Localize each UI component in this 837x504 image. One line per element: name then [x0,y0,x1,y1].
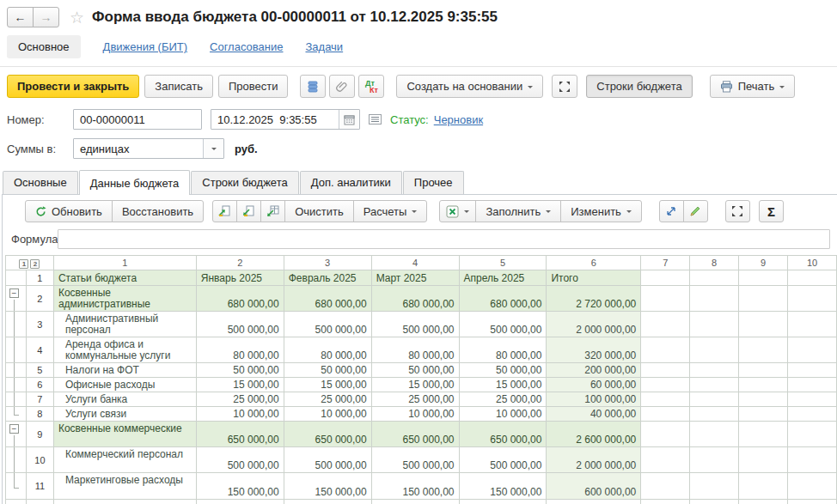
excel-export-button[interactable] [439,200,476,222]
forward-button[interactable]: → [33,7,59,27]
value-cell[interactable]: 10 000,00 [284,407,371,422]
value-cell[interactable] [284,500,371,504]
create-based-on-button[interactable]: Создать на основании [396,75,543,98]
row-number[interactable]: 9 [26,422,53,447]
column-header-5[interactable]: 5 [459,256,547,270]
empty-cell[interactable] [739,422,788,447]
empty-cell[interactable] [739,500,788,504]
value-cell[interactable]: 150 000,00 [284,473,371,500]
tab-budget-data[interactable]: Данные бюджета [79,170,191,195]
column-header-7[interactable]: 7 [641,256,690,270]
empty-cell[interactable] [641,337,690,363]
collapse-group-button[interactable]: − [9,424,19,434]
value-cell[interactable]: 50 000,00 [371,363,459,378]
value-cell[interactable]: 150 000,00 [371,473,459,500]
value-cell[interactable]: 680 000,00 [284,286,371,312]
value-cell[interactable]: 15 000,00 [459,378,547,392]
header-cell[interactable]: Итого [547,270,641,286]
empty-cell[interactable] [641,378,690,392]
budget-item-cell[interactable]: Аренда офиса и коммунальные услуги [53,337,196,363]
value-cell[interactable]: 50 000,00 [459,363,547,378]
budget-item-cell[interactable]: Косвенные коммерческие [53,422,196,447]
status-link[interactable]: Черновик [434,113,483,126]
row-number[interactable]: 2 [26,286,53,312]
value-cell[interactable]: 500 000,00 [284,312,371,337]
import-data-button[interactable] [236,200,261,222]
sums-unit-dropdown-button[interactable] [203,139,223,158]
total-cell[interactable]: 600 000,00 [547,473,641,500]
header-cell[interactable]: Январь 2025 [196,270,284,286]
empty-cell[interactable] [690,378,739,392]
print-button[interactable]: Печать [710,75,796,98]
empty-cell[interactable] [739,473,788,500]
value-cell[interactable]: 25 000,00 [284,392,371,407]
value-cell[interactable]: 25 000,00 [459,392,547,407]
grid-fullscreen-button[interactable] [725,200,750,222]
import-settings-button[interactable] [260,200,285,222]
empty-cell[interactable] [690,422,739,447]
nav-link-main[interactable]: Основное [7,35,81,58]
total-cell[interactable] [547,500,641,504]
nav-link-tasks[interactable]: Задачи [305,40,343,53]
attachments-button[interactable] [329,75,355,98]
group-level-2-button[interactable]: 2 [30,259,40,269]
total-cell[interactable]: 100 000,00 [547,392,641,407]
favorite-star-icon[interactable]: ☆ [70,8,84,27]
empty-cell[interactable] [690,363,739,378]
empty-cell[interactable] [641,270,690,286]
value-cell[interactable]: 500 000,00 [196,447,284,473]
nav-link-approval[interactable]: Согласование [210,40,283,53]
budget-item-cell[interactable] [53,500,196,504]
tab-other[interactable]: Прочее [403,171,464,194]
value-cell[interactable] [196,500,284,504]
group-level-1-button[interactable]: 1 [19,259,28,269]
value-cell[interactable]: 80 000,00 [371,337,459,363]
row-number[interactable]: 12 [26,500,53,504]
dt-kt-button[interactable]: ДтКт [358,75,384,98]
value-cell[interactable]: 50 000,00 [196,363,284,378]
budget-item-cell[interactable]: Административный персонал [53,312,196,337]
open-list-button[interactable] [369,114,382,124]
empty-cell[interactable] [788,270,837,286]
value-cell[interactable]: 10 000,00 [196,407,284,422]
row-number[interactable]: 3 [26,312,53,337]
value-cell[interactable]: 15 000,00 [284,378,371,392]
total-cell[interactable]: 2 000 000,00 [547,312,641,337]
value-cell[interactable]: 10 000,00 [371,407,459,422]
value-cell[interactable]: 80 000,00 [196,337,284,363]
empty-cell[interactable] [788,407,837,422]
column-header-8[interactable]: 8 [690,256,739,270]
row-number[interactable]: 4 [26,337,53,363]
empty-cell[interactable] [690,286,739,312]
column-header-6[interactable]: 6 [547,256,641,270]
empty-cell[interactable] [690,473,739,500]
empty-cell[interactable] [739,312,788,337]
empty-cell[interactable] [739,447,788,473]
value-cell[interactable]: 80 000,00 [284,337,371,363]
refresh-button[interactable]: Обновить [25,200,113,222]
value-cell[interactable]: 500 000,00 [196,312,284,337]
empty-cell[interactable] [641,407,690,422]
move-dimensions-button[interactable] [659,200,684,222]
value-cell[interactable]: 25 000,00 [196,392,284,407]
row-number[interactable]: 8 [26,407,53,422]
empty-cell[interactable] [690,500,739,504]
total-cell[interactable]: 2 600 000,00 [547,422,641,447]
empty-cell[interactable] [788,337,837,363]
empty-cell[interactable] [641,422,690,447]
empty-cell[interactable] [690,392,739,407]
column-header-2[interactable]: 2 [196,256,284,270]
empty-cell[interactable] [641,312,690,337]
empty-cell[interactable] [788,312,837,337]
fill-button[interactable]: Заполнить [475,200,561,222]
collapse-group-button[interactable]: − [9,288,19,298]
row-number[interactable]: 5 [26,363,53,378]
empty-cell[interactable] [739,392,788,407]
empty-cell[interactable] [788,422,837,447]
row-number[interactable]: 11 [26,473,53,500]
value-cell[interactable]: 680 000,00 [459,286,547,312]
post-button[interactable]: Провести [218,75,289,98]
value-cell[interactable]: 650 000,00 [371,422,459,447]
change-button[interactable]: Изменить [560,200,642,222]
total-cell[interactable]: 2 000 000,00 [547,447,641,473]
